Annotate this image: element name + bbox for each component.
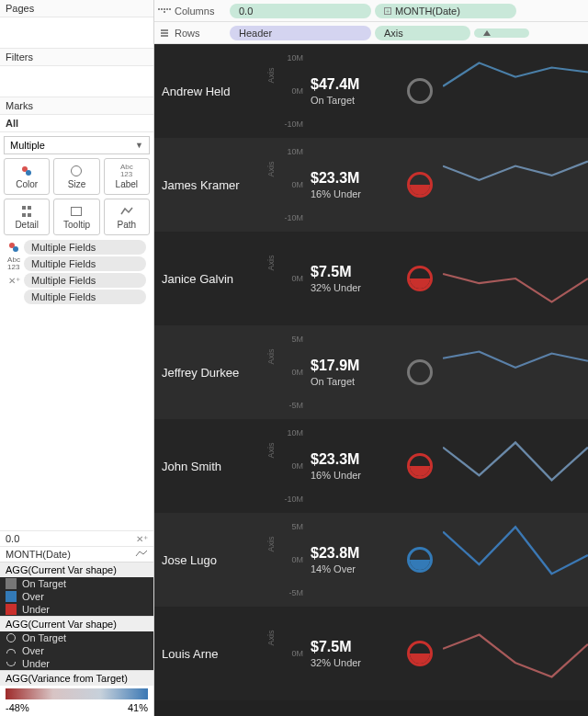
legend-shape-color[interactable]: On TargetOverUnder [0, 577, 153, 616]
color-button[interactable]: Color [4, 158, 50, 195]
marks-all-label: All [0, 115, 153, 132]
viz-row[interactable]: Jose LugoAxis5M0M-5M$23.8M14% Over [154, 513, 588, 607]
row-indicator [397, 607, 443, 700]
axis-tick: 10M [287, 53, 303, 63]
row-name: Jose Lugo [154, 513, 265, 607]
row-value: $47.4MOn Target [305, 44, 397, 138]
row-status: 16% Under [311, 188, 361, 199]
row-indicator [397, 419, 443, 513]
marks-field-0[interactable]: Multiple Fields [4, 239, 150, 256]
row-status: 32% Under [311, 657, 361, 668]
label-button[interactable]: Abc123Label [104, 158, 150, 195]
axis-tick: 0M [291, 461, 303, 471]
row-sparkline [443, 44, 588, 138]
pages-shelf[interactable] [0, 17, 153, 49]
legend-swatch [6, 578, 17, 589]
path-button[interactable]: Path [104, 199, 150, 235]
rows-pill-2[interactable] [474, 28, 529, 38]
legend-item[interactable]: Under [0, 603, 153, 616]
viz-row[interactable]: Jeffrey DurkeeAxis5M0M-5M$17.9MOn Target [154, 325, 588, 419]
row-sparkline [443, 513, 588, 607]
legend-variance-gradient[interactable]: -48%41% [0, 686, 153, 716]
row-axis: Axis10M0M-10M [265, 44, 305, 138]
row-sparkline [443, 419, 588, 513]
legend-label: Under [22, 604, 50, 615]
row-metric: $23.8M [311, 545, 359, 562]
tooltip-button[interactable]: Tooltip [53, 199, 99, 235]
legend-item[interactable]: On Target [0, 577, 153, 590]
legend-item[interactable]: Over [0, 644, 153, 657]
axis-tick: -10M [284, 213, 303, 222]
axis-label: Axis [266, 348, 276, 364]
legend-variance-header: AGG(Variance from Target) [0, 670, 153, 686]
axis-tick: 0M [291, 86, 303, 96]
size-icon [70, 165, 83, 177]
marks-field-1[interactable]: Abc123Multiple Fields [4, 256, 150, 272]
size-button[interactable]: Size [53, 158, 99, 195]
legend-label: Over [22, 591, 44, 602]
viz-row[interactable]: Janice GalvinAxis0M$7.5M32% Under [154, 232, 588, 325]
detail-button[interactable]: Detail [4, 199, 50, 235]
row-value: $23.8M14% Over [305, 513, 397, 607]
marks-field-3[interactable]: Multiple Fields [4, 289, 150, 305]
legend-item[interactable]: Under [0, 657, 153, 670]
marks-field-2[interactable]: ✕⁺Multiple Fields [4, 272, 150, 289]
row-status: On Target [311, 376, 355, 387]
row-axis: Axis10M0M-10M [265, 419, 305, 513]
legend-label: On Target [22, 632, 66, 643]
delta-icon [483, 30, 491, 36]
columns-shelf[interactable]: Columns 0.0 +MONTH(Date) [154, 0, 588, 22]
row-name: Andrew Held [154, 44, 265, 138]
status-circle-icon [407, 172, 433, 198]
rows-pill-1[interactable]: Axis [375, 26, 470, 40]
row-metric: $17.9M [311, 358, 359, 374]
legend-item[interactable]: Over [0, 590, 153, 603]
status-circle-icon [407, 266, 433, 291]
filters-shelf[interactable] [0, 66, 153, 97]
row-indicator [397, 138, 443, 232]
mark-type-select[interactable]: Multiple ▼ [4, 136, 150, 154]
rows-label: Rows [175, 28, 226, 39]
gradient-min: -48% [6, 702, 29, 713]
columns-label: Columns [175, 6, 226, 17]
row-indicator [397, 232, 443, 325]
layer-0[interactable]: 0.0✕⁺ [0, 530, 153, 546]
viz-row[interactable]: Andrew HeldAxis10M0M-10M$47.4MOn Target [154, 44, 588, 138]
gradient-bar [6, 688, 148, 699]
row-value: $7.5M32% Under [305, 232, 397, 325]
axis-label: Axis [266, 630, 276, 645]
legend-shape-shape[interactable]: On TargetOverUnder [0, 631, 153, 670]
legend-shape-icon [6, 645, 17, 656]
row-name: Louis Arne [154, 607, 265, 700]
marks-header: Marks [0, 97, 153, 115]
row-axis: Axis5M0M-5M [265, 513, 305, 607]
viz-canvas[interactable]: Andrew HeldAxis10M0M-10M$47.4MOn TargetJ… [154, 44, 588, 716]
row-sparkline [443, 607, 588, 700]
columns-pill-0[interactable]: 0.0 [230, 4, 371, 18]
rows-shelf[interactable]: Rows Header Axis [154, 22, 588, 44]
field-icon: Abc123 [7, 257, 20, 270]
viz-row[interactable]: Louis ArneAxis0M$7.5M32% Under [154, 607, 588, 700]
legend-label: Over [22, 645, 44, 656]
field-icon: ✕⁺ [7, 274, 20, 287]
legend-shape-shape-header: AGG(Current Var shape) [0, 616, 153, 631]
axis-tick: 5M [291, 522, 303, 531]
columns-pill-1[interactable]: +MONTH(Date) [375, 4, 516, 18]
mark-type-value: Multiple [10, 140, 45, 151]
layer-month[interactable]: MONTH(Date) [0, 546, 153, 562]
legend-shape-icon [6, 632, 17, 643]
viz-row[interactable]: John SmithAxis10M0M-10M$23.3M16% Under [154, 419, 588, 513]
row-axis: Axis10M0M-10M [265, 138, 305, 232]
rows-pill-0[interactable]: Header [230, 26, 371, 40]
legend-swatch [6, 604, 17, 615]
chevron-down-icon: ▼ [135, 141, 143, 150]
viz-row[interactable]: James KramerAxis10M0M-10M$23.3M16% Under [154, 138, 588, 232]
legend-item[interactable]: On Target [0, 631, 153, 644]
row-metric: $23.3M [311, 170, 359, 187]
axis-tick: 0M [291, 368, 303, 377]
row-status: 16% Under [311, 470, 361, 481]
label-icon: Abc123 [120, 165, 133, 177]
row-sparkline [443, 325, 588, 419]
row-indicator [397, 325, 443, 419]
axis-label: Axis [266, 161, 276, 176]
